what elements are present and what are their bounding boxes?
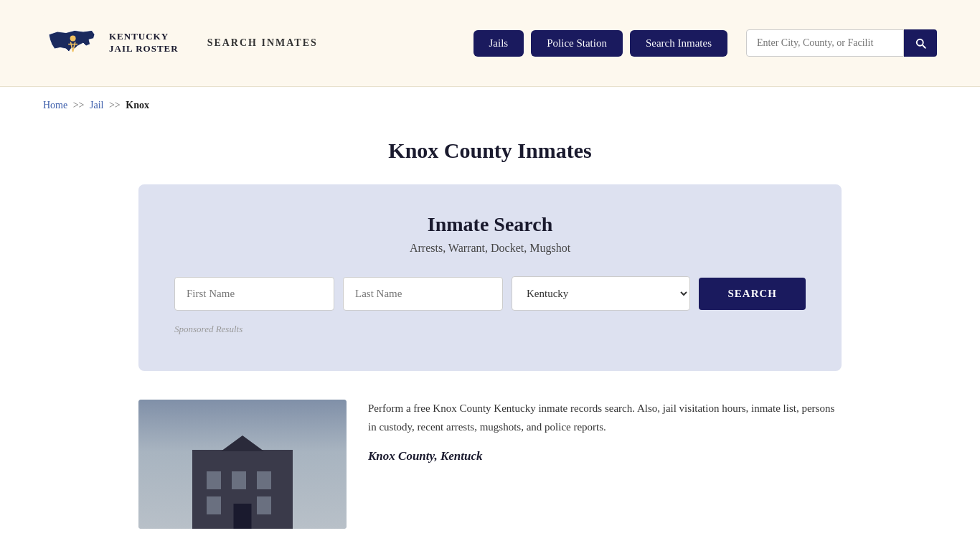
main-nav: Jails Police Station Search Inmates [473, 29, 937, 57]
search-icon [914, 37, 927, 50]
search-inmates-button[interactable]: Search Inmates [630, 30, 727, 57]
breadcrumb-sep1: >> [73, 100, 85, 110]
breadcrumb-home[interactable]: Home [43, 100, 67, 110]
description-text: Perform a free Knox County Kentucky inma… [368, 400, 842, 436]
logo-text: KENTUCKY JAIL ROSTER [109, 31, 179, 55]
search-form: Kentucky Alabama Alaska Arizona Arkansas… [174, 276, 806, 311]
inmate-search-box: Inmate Search Arrests, Warrant, Docket, … [138, 184, 842, 371]
jails-button[interactable]: Jails [473, 30, 524, 57]
facility-image [138, 400, 347, 529]
main-content: Knox County Inmates Inmate Search Arrest… [95, 124, 885, 551]
site-header: KENTUCKY JAIL ROSTER SEARCH INMATES Jail… [0, 0, 980, 87]
logo-area: KENTUCKY JAIL ROSTER [43, 14, 179, 72]
header-search-bar [746, 29, 937, 57]
search-box-subtitle: Arrests, Warrant, Docket, Mugshot [174, 242, 806, 255]
bottom-text-area: Perform a free Knox County Kentucky inma… [368, 400, 842, 477]
breadcrumb-current: Knox [126, 100, 149, 110]
first-name-input[interactable] [174, 277, 334, 311]
state-select[interactable]: Kentucky Alabama Alaska Arizona Arkansas… [512, 276, 690, 311]
logo-icon [43, 14, 100, 72]
breadcrumb-jail[interactable]: Jail [90, 100, 103, 110]
breadcrumb: Home >> Jail >> Knox [0, 87, 980, 124]
header-search-button[interactable] [904, 29, 937, 57]
search-inmates-label: SEARCH INMATES [207, 37, 318, 49]
search-button[interactable]: SEARCH [699, 278, 806, 310]
header-search-input[interactable] [746, 29, 904, 57]
sponsored-results-label: Sponsored Results [174, 324, 806, 335]
breadcrumb-sep2: >> [109, 100, 121, 110]
bottom-section: Perform a free Knox County Kentucky inma… [138, 400, 842, 529]
svg-point-1 [70, 36, 76, 42]
police-station-button[interactable]: Police Station [531, 30, 623, 57]
search-box-title: Inmate Search [174, 213, 806, 236]
last-name-input[interactable] [343, 277, 503, 311]
page-title: Knox County Inmates [138, 138, 842, 163]
section-header: Knox County, Kentuck [368, 446, 842, 467]
